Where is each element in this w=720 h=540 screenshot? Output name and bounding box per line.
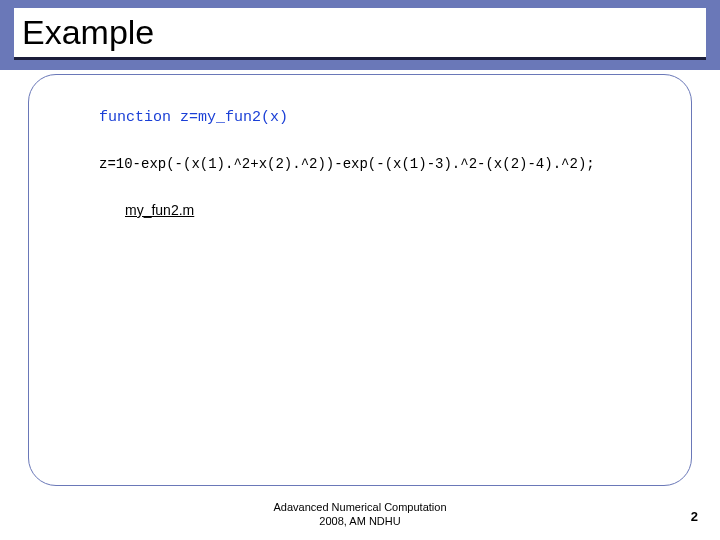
footer-line1: Adavanced Numerical Computation bbox=[273, 501, 446, 513]
footer: Adavanced Numerical Computation 2008, AM… bbox=[0, 500, 720, 528]
title-box: Example bbox=[14, 8, 706, 60]
page-number: 2 bbox=[691, 509, 698, 524]
code-line-body: z=10-exp(-(x(1).^2+x(2).^2))-exp(-(x(1)-… bbox=[99, 156, 667, 172]
slide-title: Example bbox=[22, 12, 698, 52]
content-card: function z=my_fun2(x) z=10-exp(-(x(1).^2… bbox=[28, 74, 692, 486]
footer-line2: 2008, AM NDHU bbox=[319, 515, 400, 527]
file-link[interactable]: my_fun2.m bbox=[125, 202, 667, 218]
code-line-function: function z=my_fun2(x) bbox=[99, 109, 667, 126]
